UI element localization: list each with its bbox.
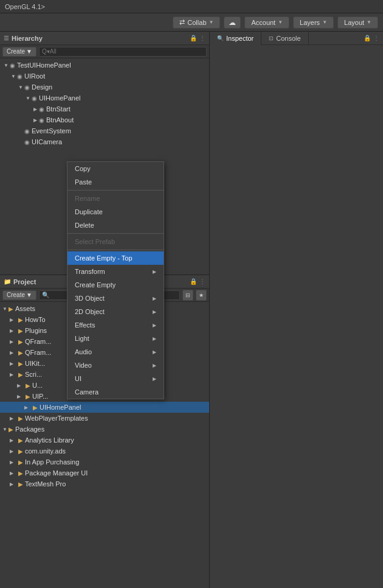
context-menu-item[interactable]: Effects▶ — [67, 318, 164, 332]
hierarchy-tree-item[interactable]: ▼ ◉ UIHomePanel — [0, 93, 209, 103]
project-package-item[interactable]: ▶▶com.unity.ads — [0, 446, 209, 457]
layers-dropdown-arrow: ▼ — [322, 19, 327, 25]
hierarchy-tree-item[interactable]: ◉ UICamera — [0, 136, 209, 147]
project-package-item[interactable]: ▶▶TextMesh Pro — [0, 478, 209, 489]
package-label: TextMesh Pro — [25, 480, 66, 488]
project-folder-item[interactable]: ▶▶UIHomePanel — [0, 402, 209, 413]
hierarchy-tree-item[interactable]: ▼ ◉ UIRoot — [0, 71, 209, 82]
tree-toggle[interactable]: ▶ — [32, 117, 39, 123]
tree-toggle[interactable]: ▼ — [17, 85, 24, 90]
ctx-item-label: Video — [75, 362, 92, 369]
folder-toggle[interactable]: ▶ — [24, 405, 32, 410]
context-menu-item[interactable]: Camera — [67, 385, 164, 399]
context-menu: CopyPasteRenameDuplicateDeleteSelect Pre… — [67, 161, 164, 399]
folder-label: QFram... — [25, 338, 51, 345]
folder-toggle[interactable]: ▶ — [10, 416, 17, 421]
collab-icon: ⇄ — [179, 18, 185, 26]
project-folder-item[interactable]: ▶▶WebPlayerTemplates — [0, 413, 209, 424]
cloud-button[interactable]: ☁ — [224, 16, 241, 29]
folder-toggle[interactable]: ▶ — [10, 372, 17, 377]
folder-toggle[interactable]: ▶ — [10, 328, 17, 334]
context-menu-item[interactable]: 3D Object▶ — [67, 292, 164, 305]
folder-label: UIHomePanel — [40, 404, 81, 411]
account-button[interactable]: Account ▼ — [244, 16, 289, 29]
layout-button[interactable]: Layout ▼ — [337, 16, 378, 29]
ctx-item-label: Audio — [75, 348, 92, 355]
context-menu-item[interactable]: Copy — [67, 162, 164, 175]
project-package-item[interactable]: ▶▶Package Manager UI — [0, 467, 209, 478]
tab-console[interactable]: ⊡ Console — [261, 32, 308, 45]
ctx-item-label: Create Empty — [75, 281, 116, 289]
sub-folder-icon: ▶ — [18, 317, 23, 323]
tab-inspector[interactable]: 🔍 Inspector — [210, 32, 261, 45]
collab-button[interactable]: ⇄ Collab ▼ — [173, 16, 220, 29]
folder-label: Scri... — [25, 371, 42, 378]
sub-folder-icon: ▶ — [18, 327, 23, 334]
packages-toggle[interactable]: ▼ — [2, 427, 7, 432]
folder-toggle[interactable]: ▶ — [10, 317, 17, 323]
project-panel-controls: 🔒 ⋮ — [190, 278, 205, 285]
project-create-button[interactable]: Create ▼ — [2, 290, 36, 300]
context-menu-item[interactable]: Transform▶ — [67, 265, 164, 278]
assets-toggle[interactable]: ▼ — [2, 306, 7, 312]
context-menu-item[interactable]: 2D Object▶ — [67, 305, 164, 318]
context-menu-item[interactable]: Duplicate — [67, 205, 164, 219]
ctx-item-label: Effects — [75, 321, 95, 329]
project-icon-btn-1[interactable]: ⊟ — [182, 290, 193, 301]
folder-toggle[interactable]: ▶ — [10, 339, 17, 345]
ctx-item-label: Paste — [75, 178, 92, 186]
package-toggle[interactable]: ▶ — [10, 460, 17, 465]
folder-toggle[interactable]: ▶ — [17, 394, 24, 399]
context-menu-item[interactable]: Video▶ — [67, 359, 164, 372]
tree-toggle[interactable]: ▶ — [32, 107, 39, 112]
hierarchy-tree-item[interactable]: ▼ ◉ TestUIHomePanel — [0, 60, 209, 71]
tree-toggle[interactable]: ▼ — [10, 74, 17, 79]
panels-container: ☰ Hierarchy 🔒 ⋮ Create ▼ ▼ ◉ TestUIHomeP… — [0, 32, 383, 588]
layers-button[interactable]: Layers ▼ — [293, 16, 334, 29]
hierarchy-tree-item[interactable]: ▶ ◉ BtnStart — [0, 103, 209, 114]
tree-item-icon: ◉ — [17, 73, 22, 80]
package-toggle[interactable]: ▶ — [10, 471, 17, 476]
package-toggle[interactable]: ▶ — [10, 438, 17, 443]
assets-folder-icon: ▶ — [9, 306, 13, 312]
folder-label: HowTo — [25, 316, 46, 323]
title-bar: OpenGL 4.1> — [0, 0, 383, 13]
hierarchy-search-input[interactable] — [39, 47, 207, 57]
project-package-item[interactable]: ▶▶In App Purchasing — [0, 457, 209, 467]
folder-toggle[interactable]: ▶ — [10, 361, 17, 366]
ctx-submenu-arrow: ▶ — [153, 363, 156, 368]
package-toggle[interactable]: ▶ — [10, 481, 17, 487]
tree-toggle[interactable]: ▼ — [2, 63, 10, 68]
sub-folder-icon: ▶ — [18, 349, 23, 356]
project-package-item[interactable]: ▶▶Analytics Library — [0, 435, 209, 446]
package-toggle[interactable]: ▶ — [10, 449, 17, 454]
context-menu-item[interactable]: Paste — [67, 175, 164, 189]
hierarchy-create-button[interactable]: Create ▼ — [2, 47, 36, 57]
app-title: OpenGL 4.1> — [5, 3, 45, 10]
folder-toggle[interactable]: ▶ — [17, 383, 24, 388]
hierarchy-tree-item[interactable]: ▼ ◉ Design — [0, 82, 209, 93]
context-menu-item[interactable]: Light▶ — [67, 332, 164, 345]
right-panel-tabs: 🔍 Inspector ⊡ Console 🔒 ⋮ — [210, 32, 383, 45]
assets-label: Assets — [15, 305, 35, 312]
project-icon-btn-2[interactable]: ★ — [196, 290, 207, 301]
tree-item-label: BtnStart — [46, 105, 71, 113]
context-menu-item[interactable]: UI▶ — [67, 372, 164, 385]
hierarchy-tree-item[interactable]: ▶ ◉ BtnAbout — [0, 114, 209, 125]
tree-toggle[interactable]: ▼ — [24, 96, 32, 101]
context-menu-item[interactable]: Create Empty - Top — [67, 251, 164, 265]
packages-label: Packages — [15, 425, 44, 433]
collab-dropdown-arrow: ▼ — [209, 19, 214, 25]
ctx-submenu-arrow: ▶ — [153, 336, 156, 341]
hierarchy-tree-item[interactable]: ◉ EventSystem — [0, 125, 209, 136]
package-icon: ▶ — [18, 481, 23, 488]
ctx-submenu-arrow: ▶ — [153, 269, 156, 275]
project-packages-root[interactable]: ▼▶Packages — [0, 424, 209, 435]
tree-item-icon: ◉ — [24, 128, 30, 135]
ctx-item-label: Delete — [75, 222, 94, 229]
context-menu-item[interactable]: Delete — [67, 219, 164, 232]
hierarchy-header: ☰ Hierarchy 🔒 ⋮ — [0, 32, 209, 45]
context-menu-item[interactable]: Audio▶ — [67, 345, 164, 359]
context-menu-item[interactable]: Create Empty — [67, 278, 164, 292]
folder-toggle[interactable]: ▶ — [10, 350, 17, 355]
